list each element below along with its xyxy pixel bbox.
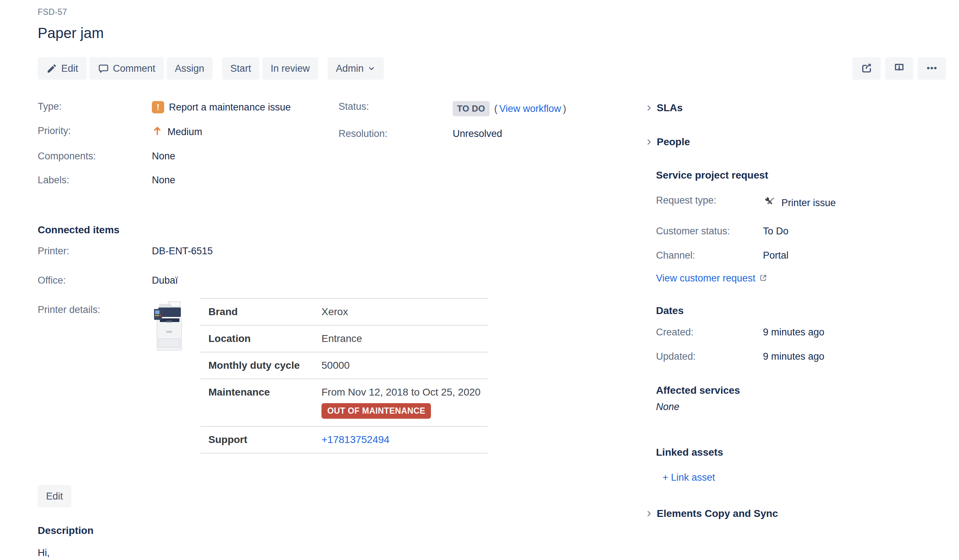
support-label: Support [209,434,322,445]
comment-button[interactable]: Comment [89,57,164,80]
field-type: Type: ! Report a maintenance issue [38,100,339,113]
elements-copy-sync-heading: Elements Copy and Sync [657,508,778,519]
issue-view: FSD-57 Paper jam Edit Comment Assign Sta… [0,0,959,560]
affected-services-heading: Affected services [656,385,946,396]
connected-items-heading: Connected items [38,224,610,236]
toolbar: Edit Comment Assign Start In review Admi… [38,57,946,80]
external-link-icon [759,274,768,284]
edit-description-button[interactable]: Edit [38,485,72,508]
in-review-button-label: In review [271,63,310,74]
link-asset-button[interactable]: + Link asset [663,472,715,483]
ellipsis-icon [925,62,938,76]
request-type-value: Printer issue [781,197,836,208]
duty-cycle-label: Monthly duty cycle [209,360,322,371]
field-components: Components: None [38,150,339,163]
share-button[interactable] [852,57,881,80]
maintenance-value: From Nov 12, 2018 to Oct 25, 2020 [322,387,481,398]
slas-section-toggle[interactable]: SLAs [645,102,946,114]
priority-medium-icon [152,125,163,139]
brand-label: Brand [209,306,322,318]
edit-description-button-label: Edit [46,491,63,502]
start-button-label: Start [231,63,251,74]
support-phone-link[interactable]: +17813752494 [322,434,390,445]
affected-services-value: None [656,401,946,412]
printer-value: DB-ENT-6515 [152,245,213,257]
assign-button-label: Assign [175,63,204,74]
admin-button-label: Admin [336,63,364,74]
toolbar-right-actions [852,57,946,80]
comment-button-label: Comment [113,63,156,74]
start-transition-button[interactable]: Start [222,57,260,80]
issue-details-panel: Type: ! Report a maintenance issue Prior… [38,100,610,560]
duty-cycle-value: 50000 [322,360,350,371]
view-workflow-link[interactable]: View workflow [499,103,561,115]
chevron-right-icon [645,509,653,518]
out-of-maintenance-badge: OUT OF MAINTENANCE [322,403,431,419]
service-project-request-heading: Service project request [656,170,946,181]
admin-menu-button[interactable]: Admin [328,57,384,80]
field-updated: Updated: 9 minutes ago [656,351,946,362]
field-created: Created: 9 minutes ago [656,327,946,338]
description-line: Hi, [38,547,610,558]
field-priority: Priority: Medium [38,124,339,139]
components-label: Components: [38,150,152,162]
channel-label: Channel: [656,250,763,261]
field-labels: Labels: None [38,173,339,186]
issue-sidebar: SLAs People Service project request Requ… [656,100,946,560]
maintenance-issue-type-icon: ! [152,101,164,113]
share-icon [860,62,873,76]
more-actions-button[interactable] [918,57,946,80]
labels-label: Labels: [38,173,152,186]
printer-attributes-table: Brand Xerox Location Entrance Monthly du… [201,298,487,453]
printer-details-label: Printer details: [38,303,152,315]
assign-button[interactable]: Assign [167,57,213,80]
in-review-transition-button[interactable]: In review [263,57,318,80]
people-section-toggle[interactable]: People [645,136,946,148]
edit-button[interactable]: Edit [38,57,87,80]
priority-label: Priority: [38,124,152,137]
export-icon [893,62,906,76]
printer-photo [152,298,186,355]
priority-value: Medium [167,126,202,138]
printer-label: Printer: [38,245,152,257]
type-value: Report a maintenance issue [169,102,291,113]
dates-heading: Dates [656,305,946,317]
maintenance-label: Maintenance [209,387,322,419]
status-badge: TO DO [453,101,490,116]
workflow-paren-open: ( [494,103,498,115]
field-office: Office: Dubaï [38,274,610,287]
description-heading: Description [38,525,610,536]
table-row-maintenance: Maintenance From Nov 12, 2018 to Oct 25,… [201,379,487,427]
tools-icon [763,195,777,211]
table-row-brand: Brand Xerox [201,299,487,326]
created-value: 9 minutes ago [763,327,825,338]
field-resolution: Resolution: Unresolved [339,127,610,140]
export-button[interactable] [885,57,913,80]
people-heading: People [657,136,690,148]
pencil-icon [46,63,57,74]
slas-heading: SLAs [657,102,683,114]
page-title: Paper jam [38,25,946,41]
field-channel: Channel: Portal [656,250,946,261]
elements-copy-sync-toggle[interactable]: Elements Copy and Sync [645,508,946,519]
customer-status-label: Customer status: [656,226,763,237]
breadcrumb[interactable]: FSD-57 [38,7,946,17]
resolution-value: Unresolved [453,127,502,140]
request-type-label: Request type: [656,195,763,206]
edit-button-label: Edit [61,63,78,74]
status-label: Status: [339,100,453,112]
linked-assets-heading: Linked assets [656,447,946,458]
field-request-type: Request type: [656,195,946,211]
field-status: Status: TO DO (View workflow) [339,100,610,116]
chevron-down-icon [368,64,376,72]
brand-value: Xerox [322,306,348,318]
location-value: Entrance [322,333,362,344]
channel-value: Portal [763,250,789,261]
comment-icon [98,63,109,74]
view-customer-request-link[interactable]: View customer request [656,273,755,284]
field-printer: Printer: DB-ENT-6515 [38,245,610,258]
office-label: Office: [38,274,152,286]
table-row-support: Support +17813752494 [201,427,487,453]
updated-value: 9 minutes ago [763,351,825,362]
field-customer-status: Customer status: To Do [656,226,946,237]
